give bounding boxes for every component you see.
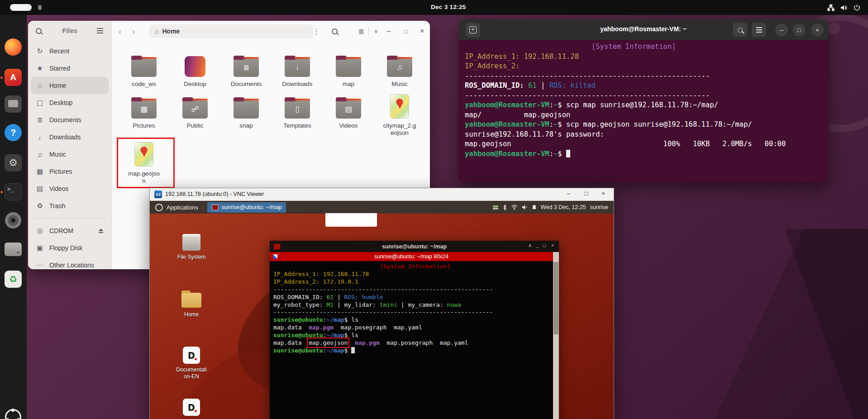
applications-menu[interactable]: Applications [167, 204, 198, 211]
minimize-button[interactable]: – [383, 25, 395, 37]
vnc-titlebar[interactable]: V2 192.168.11.78 (ubuntu:0) - VNC Viewer… [150, 188, 614, 201]
desktop-icon-home[interactable]: Home [164, 293, 219, 318]
show-apps-ubuntu-icon[interactable] [4, 408, 23, 419]
hamburger-menu-icon[interactable] [94, 25, 106, 37]
notification-icon[interactable] [532, 205, 537, 210]
sidebar-item-starred[interactable]: ★Starred [31, 60, 109, 77]
terminal-output[interactable]: [System Information] IP_Address_1: 192.1… [458, 40, 828, 182]
close-button[interactable]: × [549, 243, 556, 248]
terminal-mini-icon [212, 205, 219, 210]
folder-icon [234, 100, 259, 119]
trash-dock-icon[interactable]: ♻ [4, 270, 23, 289]
terminal-cursor [566, 150, 570, 157]
taskbar-item-terminal[interactable]: sunrise@ubuntu: ~/map [207, 202, 286, 213]
terminal-line: sunrise@ubuntu:~/map$ ls [273, 332, 553, 339]
desktop-icon-file-system[interactable]: File System [164, 234, 219, 261]
eject-icon[interactable] [99, 229, 103, 231]
scrollbar-thumb[interactable] [553, 262, 558, 334]
panel-user[interactable]: sunrise [590, 204, 608, 210]
running-dot [0, 76, 3, 79]
home-folder-icon [181, 293, 201, 308]
forward-button[interactable]: › [128, 25, 139, 37]
minimize-button[interactable]: – [775, 24, 788, 36]
file-item-videos[interactable]: ▤ Videos [327, 93, 370, 129]
terminal-line: IP_Address_2: [465, 62, 828, 71]
volume-icon[interactable] [839, 4, 848, 11]
sidebar-item-recent[interactable]: ↻Recent [31, 43, 109, 60]
activities-indicator[interactable] [10, 4, 32, 11]
network-icon[interactable] [827, 4, 835, 11]
minimize-button[interactable]: _ [534, 243, 541, 248]
sidebar-item-desktop[interactable]: ▢Desktop [31, 94, 109, 111]
help-icon[interactable]: ? [4, 123, 23, 142]
file-item-desktop[interactable]: Desktop [173, 52, 217, 88]
back-button[interactable]: ‹ [114, 25, 126, 37]
sidebar-item-music[interactable]: ♫Music [31, 146, 109, 163]
desktop-icon-documentation-en[interactable]: D Documentation-EN [164, 347, 219, 380]
kebab-menu-icon[interactable]: ⋮ [310, 25, 322, 37]
file-item-snap[interactable]: snap [224, 93, 268, 129]
sidebar-item-downloads[interactable]: ↓Downloads [31, 129, 109, 146]
maximize-button[interactable]: □ [400, 25, 412, 37]
power-icon[interactable] [853, 4, 861, 11]
terminal-line: ROS_DOMAIN_ID: 61 | ROS: kilted [465, 81, 828, 91]
search-button[interactable] [733, 23, 747, 37]
close-button[interactable]: × [416, 25, 428, 37]
shade-button[interactable]: ∧ [526, 243, 534, 248]
panel-clock[interactable]: Wed 3 Dec, 12:25 [541, 204, 586, 210]
settings-icon[interactable]: ⚙ [4, 153, 23, 172]
bluetooth-icon[interactable] [503, 205, 507, 210]
firefox-icon[interactable] [4, 38, 23, 57]
music-icon: ♫ [35, 151, 44, 158]
remote-terminal-titlebar[interactable]: sunrise@ubuntu: ~/map ∧ _ □ × [270, 241, 559, 252]
sidebar-separator [33, 218, 106, 219]
sidebar-item-pictures[interactable]: ▦Pictures [31, 163, 109, 180]
terminal-line: [System Information] [273, 263, 553, 271]
remote-terminal-output[interactable]: [System Information] IP_Address_1: 192.1… [270, 261, 553, 419]
sidebar-item-floppy[interactable]: ▣Floppy Disk [31, 239, 109, 257]
maximize-button[interactable]: □ [793, 24, 806, 36]
clock[interactable]: Dec 3 12:25 [431, 4, 466, 10]
maximize-button[interactable]: □ [580, 190, 593, 199]
file-item-music[interactable]: ♫ Music [378, 52, 421, 88]
sidebar-item-cdrom[interactable]: ◎CDROM [31, 222, 109, 239]
modem-icon[interactable] [492, 205, 499, 210]
file-item-documents[interactable]: ≣ Documents [224, 52, 268, 88]
vnc-logo-icon: V2 [154, 190, 162, 198]
terminal-line: map.data map.pgm map.posegraph map.yaml [273, 324, 553, 332]
terminal-dock-icon[interactable]: >_ [4, 182, 23, 201]
file-item-templates[interactable]: ▯ Templates [276, 93, 319, 129]
sidebar-item-trash[interactable]: ♻Trash [31, 197, 109, 214]
sidebar-item-other-locations[interactable]: ⋯Other Locations [31, 257, 109, 269]
scrollbar[interactable] [553, 252, 559, 419]
wifi-icon[interactable] [511, 205, 518, 210]
file-item-downloads[interactable]: ↓ Downloads [276, 52, 319, 88]
panel-handle: ⁞ [202, 205, 204, 210]
terminal-prompt-line: sunrise@ubuntu:~/map$ [273, 347, 553, 355]
maximize-button[interactable]: □ [541, 243, 548, 248]
list-view-icon[interactable]: ≣ [355, 25, 367, 37]
sidebar-item-documents[interactable]: ≣Documents [31, 111, 109, 129]
terminal-titlebar[interactable]: + yahboom@Rosmaster-VM: ~ – □ × [458, 19, 828, 40]
disk-drive-icon[interactable] [4, 240, 23, 259]
desktop-folder-icon [185, 56, 205, 77]
file-item-map[interactable]: map [327, 52, 370, 88]
view-options-chevron-icon[interactable]: ∨ [370, 25, 382, 37]
volume-icon[interactable] [522, 205, 528, 210]
file-item-public[interactable]: ☍ Public [173, 93, 217, 129]
close-button[interactable]: × [811, 24, 824, 36]
file-item-citymap-geojson[interactable]: citymap_2.geojson [378, 93, 421, 137]
app-center-icon[interactable]: A [4, 68, 23, 87]
folder-search-icon[interactable] [329, 25, 340, 37]
sidebar-item-home[interactable]: ⌂Home [31, 77, 109, 94]
breadcrumb[interactable]: ⌂ Home [149, 24, 313, 38]
media-disc-icon[interactable] [4, 211, 23, 230]
menu-button[interactable] [752, 23, 766, 37]
file-item-pictures[interactable]: ▦ Pictures [122, 93, 166, 129]
desktop-icon-documentation-cn[interactable]: D Documentation-CN [164, 399, 219, 419]
files-app-icon[interactable] [4, 95, 23, 114]
file-item-code-ws[interactable]: code_ws [122, 52, 166, 88]
sidebar-item-videos[interactable]: ▤Videos [31, 180, 109, 197]
minimize-button[interactable]: – [562, 190, 575, 199]
close-button[interactable]: × [596, 190, 610, 199]
